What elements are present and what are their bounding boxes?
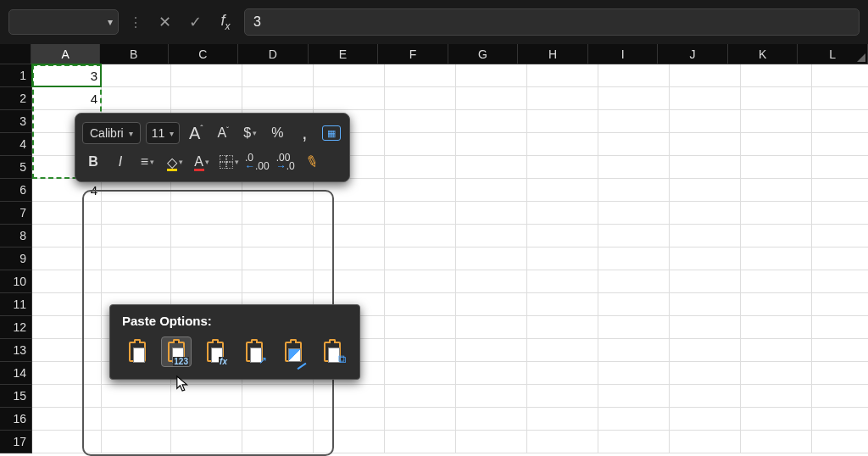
cell[interactable] xyxy=(32,385,102,408)
cell[interactable] xyxy=(456,179,527,202)
increase-decimal-button[interactable]: .0←.00 xyxy=(245,151,270,173)
row-header-5[interactable]: 5 xyxy=(0,156,32,179)
cell[interactable] xyxy=(670,431,741,453)
cell[interactable] xyxy=(102,270,171,293)
column-header-K[interactable]: K xyxy=(728,44,798,64)
paste-button[interactable] xyxy=(122,336,153,367)
formula-input[interactable]: 3 xyxy=(244,8,860,36)
cell[interactable] xyxy=(456,408,527,431)
cell[interactable] xyxy=(598,408,670,431)
cell[interactable] xyxy=(171,87,242,110)
cell[interactable] xyxy=(102,179,171,202)
cell[interactable] xyxy=(598,362,670,385)
cell[interactable] xyxy=(670,225,741,247)
column-header-D[interactable]: D xyxy=(238,44,309,64)
cell[interactable] xyxy=(527,133,598,156)
column-header-J[interactable]: J xyxy=(658,44,728,64)
column-header-A[interactable]: A xyxy=(31,44,100,64)
cell[interactable] xyxy=(242,270,314,293)
cell[interactable] xyxy=(314,87,385,110)
italic-button[interactable]: I xyxy=(109,151,131,173)
cell[interactable] xyxy=(812,362,868,385)
select-all-corner[interactable] xyxy=(0,44,31,64)
cell[interactable] xyxy=(812,133,868,156)
cell[interactable] xyxy=(812,247,868,270)
cell[interactable] xyxy=(527,179,598,202)
cell[interactable] xyxy=(598,64,670,87)
row-header-15[interactable]: 15 xyxy=(0,385,32,408)
cell[interactable] xyxy=(385,270,456,293)
cell[interactable] xyxy=(598,270,670,293)
cell[interactable] xyxy=(741,87,812,110)
cell[interactable] xyxy=(670,293,741,316)
row-header-7[interactable]: 7 xyxy=(0,202,32,225)
row-header-4[interactable]: 4 xyxy=(0,133,32,156)
cell[interactable] xyxy=(527,362,598,385)
cell[interactable] xyxy=(670,270,741,293)
cell[interactable] xyxy=(171,270,242,293)
bold-button[interactable]: B xyxy=(82,151,104,173)
cell[interactable] xyxy=(812,339,868,362)
paste-transpose-button[interactable]: ↗ xyxy=(239,336,270,367)
cell[interactable] xyxy=(456,64,527,87)
cell[interactable] xyxy=(385,225,456,247)
cell[interactable] xyxy=(385,202,456,225)
cell[interactable] xyxy=(812,156,868,179)
row-header-11[interactable]: 11 xyxy=(0,293,32,316)
font-name-select[interactable]: Calibri ▾ xyxy=(82,122,141,144)
cell[interactable] xyxy=(385,408,456,431)
row-header-16[interactable]: 16 xyxy=(0,408,32,431)
cell[interactable] xyxy=(598,339,670,362)
cell[interactable] xyxy=(456,362,527,385)
borders-button[interactable]: ▾ xyxy=(218,151,240,173)
cell[interactable] xyxy=(527,270,598,293)
cell[interactable] xyxy=(171,64,242,87)
column-header-B[interactable]: B xyxy=(100,44,169,64)
column-header-I[interactable]: I xyxy=(588,44,659,64)
cell[interactable] xyxy=(456,156,527,179)
cell[interactable] xyxy=(242,179,314,202)
column-header-H[interactable]: H xyxy=(518,44,588,64)
cell[interactable] xyxy=(314,431,385,453)
currency-format-button[interactable]: $▾ xyxy=(239,122,261,144)
cell[interactable] xyxy=(741,339,812,362)
row-header-17[interactable]: 17 xyxy=(0,431,32,453)
cell[interactable] xyxy=(598,133,670,156)
cell[interactable] xyxy=(527,408,598,431)
column-header-G[interactable]: G xyxy=(448,44,519,64)
cell[interactable]: 4 xyxy=(32,87,102,110)
cell[interactable] xyxy=(456,133,527,156)
cell[interactable] xyxy=(456,247,527,270)
align-button[interactable]: ≡▾ xyxy=(136,151,159,173)
cell[interactable] xyxy=(527,110,598,133)
cell[interactable] xyxy=(812,316,868,339)
cell[interactable] xyxy=(741,179,812,202)
cell[interactable] xyxy=(527,247,598,270)
cell[interactable] xyxy=(385,385,456,408)
column-header-F[interactable]: F xyxy=(378,44,448,64)
cell[interactable] xyxy=(171,247,242,270)
cell[interactable] xyxy=(32,408,102,431)
chevron-down-icon[interactable]: ▾ xyxy=(108,16,113,28)
cell[interactable] xyxy=(32,339,102,362)
cell[interactable] xyxy=(598,179,670,202)
cell[interactable] xyxy=(242,385,314,408)
cell[interactable] xyxy=(242,408,314,431)
cell[interactable] xyxy=(171,179,242,202)
cell[interactable] xyxy=(456,270,527,293)
cell[interactable] xyxy=(741,133,812,156)
cell[interactable] xyxy=(741,293,812,316)
cell[interactable] xyxy=(527,339,598,362)
cell[interactable] xyxy=(102,202,171,225)
name-box[interactable]: ▾ xyxy=(8,9,119,35)
cell[interactable] xyxy=(812,293,868,316)
cell[interactable] xyxy=(32,225,102,247)
cell[interactable] xyxy=(456,316,527,339)
cell[interactable] xyxy=(670,179,741,202)
cell[interactable] xyxy=(456,225,527,247)
cell[interactable] xyxy=(32,202,102,225)
cell[interactable] xyxy=(314,179,385,202)
cell[interactable] xyxy=(242,64,314,87)
cell[interactable]: 3 xyxy=(32,64,102,87)
paste-values-button[interactable]: 123 xyxy=(161,336,192,367)
